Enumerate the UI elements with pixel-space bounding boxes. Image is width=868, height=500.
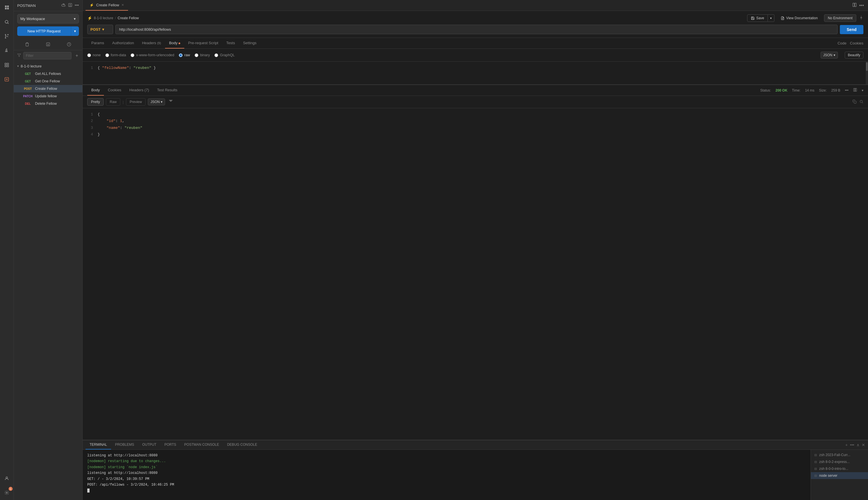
option-binary[interactable]: binary [195, 53, 210, 57]
url-input[interactable] [115, 25, 837, 34]
workspace-dropdown[interactable]: My Workspace ▾ [17, 14, 79, 24]
import-icon[interactable] [68, 3, 72, 8]
option-raw[interactable]: raw [179, 53, 190, 57]
more-options-icon[interactable]: ••• [859, 3, 864, 8]
home-icon[interactable] [2, 3, 11, 12]
cookies-link[interactable]: Cookies [850, 41, 864, 45]
trash-icon[interactable] [17, 41, 37, 48]
close-tab-button[interactable]: ✕ [122, 3, 124, 7]
terminal-session-item[interactable]: ⊟ zsh 2023-Fall-Curr... [811, 452, 868, 458]
search-icon[interactable] [2, 17, 11, 26]
option-form-data[interactable]: form-data [105, 53, 126, 57]
grid-icon[interactable] [2, 60, 11, 69]
method-badge-get: GET [23, 72, 33, 76]
cloud-icon[interactable] [61, 3, 66, 8]
format-preview-button[interactable]: Preview [126, 98, 146, 106]
split-response-icon[interactable] [853, 88, 857, 93]
import-icon-btn[interactable] [38, 41, 58, 48]
expand-icon[interactable]: ▾ [862, 88, 864, 92]
tab-ports[interactable]: PORTS [160, 440, 180, 450]
tab-create-fellow[interactable]: ⚡ Create Fellow ✕ [85, 0, 128, 11]
tab-problems[interactable]: PROBLEMS [111, 440, 138, 450]
tab-response-cookies[interactable]: Cookies [104, 85, 125, 95]
list-item-active[interactable]: POST Create Fellow [14, 85, 82, 92]
body-format-select[interactable]: JSON ▾ [821, 52, 838, 59]
editor-scrollbar[interactable] [866, 62, 868, 84]
send-button[interactable]: Send [840, 25, 864, 34]
method-badge-post: POST [23, 87, 33, 90]
tab-response-body[interactable]: Body [87, 85, 104, 95]
list-item[interactable]: GET Get ALL Fellows [14, 70, 82, 78]
add-collection-button[interactable]: + [74, 53, 80, 59]
method-select[interactable]: POST ▾ [87, 25, 113, 34]
tab-output[interactable]: OUTPUT [138, 440, 160, 450]
view-documentation-button[interactable]: View Documentation [777, 15, 821, 22]
save-button[interactable]: Save [747, 14, 768, 22]
search-response-icon[interactable] [859, 100, 864, 104]
code-link[interactable]: Code [837, 41, 846, 45]
method-badge-delete: DEL [23, 102, 33, 105]
format-pretty-button[interactable]: Pretty [87, 98, 104, 106]
terminal-session-item-active[interactable]: ⊟ node server [811, 472, 868, 479]
terminal-session-item[interactable]: ⊟ zsh 8-0-2-express... [811, 458, 868, 465]
list-item[interactable]: GET Get One Fellow [14, 78, 82, 85]
split-view-icon[interactable] [852, 3, 857, 8]
option-urlencoded[interactable]: x-www-form-urlencoded [130, 53, 174, 57]
fork-icon[interactable] [2, 32, 11, 41]
collection-header[interactable]: ▾ 8-1-0 lecture [14, 62, 82, 70]
more-icon[interactable]: ••• [75, 3, 79, 8]
tab-tests[interactable]: Tests [222, 38, 239, 48]
more-response-icon[interactable]: ••• [845, 88, 848, 92]
history-icon[interactable] [59, 41, 79, 48]
filter-response-button[interactable] [169, 99, 173, 105]
env-settings-icon[interactable] [859, 15, 864, 21]
tab-authorization[interactable]: Authorization [108, 38, 138, 48]
no-environment-button[interactable]: No Environment [824, 14, 856, 22]
format-label: JSON [823, 53, 832, 57]
scrollbar-thumb [866, 62, 868, 71]
user-icon[interactable] [2, 474, 11, 483]
terminal-close-icon[interactable]: ✕ [862, 443, 865, 447]
response-area: Body Cookies Headers (7) Test Results St… [83, 85, 868, 440]
tab-headers[interactable]: Headers (9) [138, 38, 165, 48]
rocket-icon[interactable] [2, 46, 11, 55]
tab-bar-right: ••• [852, 3, 865, 8]
select-chevron-icon: ▾ [161, 100, 162, 104]
collection-icon[interactable] [2, 75, 11, 84]
tabs-list: ⚡ Create Fellow ✕ [85, 0, 128, 11]
copy-response-icon[interactable] [853, 100, 857, 104]
collection-name: 8-1-0 lecture [21, 64, 42, 68]
tab-test-results[interactable]: Test Results [153, 85, 181, 95]
response-format-select[interactable]: JSON ▾ [148, 99, 165, 105]
add-terminal-icon[interactable]: + [845, 443, 848, 447]
terminal-output[interactable]: listening at http://localhost:8080 [node… [83, 450, 811, 500]
filter-input[interactable] [23, 52, 71, 59]
list-item[interactable]: DEL Delete Fellow [14, 100, 82, 107]
terminal-session-icon: ⊟ [814, 460, 817, 464]
tab-pre-request[interactable]: Pre-request Script [184, 38, 222, 48]
save-dropdown-button[interactable]: ▾ [768, 14, 774, 22]
list-item[interactable]: PATCH Update fellow [14, 92, 82, 100]
option-none[interactable]: none [87, 53, 101, 57]
terminal-session-item[interactable]: ⊟ zsh 8-0-0-intro-to... [811, 465, 868, 472]
request-body-editor[interactable]: 1 { "fellowName": "reuben" } [83, 62, 868, 85]
tab-body[interactable]: Body [165, 38, 184, 48]
tab-postman-console[interactable]: POSTMAN CONSOLE [180, 440, 223, 450]
settings-icon[interactable]: 1 [2, 488, 11, 497]
beautify-button[interactable]: Beautify [845, 52, 864, 59]
new-request-dropdown-button[interactable]: ▾ [71, 26, 79, 36]
terminal-more-icon[interactable]: ••• [850, 443, 854, 447]
response-tabs-bar: Body Cookies Headers (7) Test Results St… [83, 85, 868, 96]
terminal-up-icon[interactable]: ∧ [857, 443, 859, 447]
svg-point-7 [8, 34, 8, 35]
tab-debug-console[interactable]: DEBUG CONSOLE [223, 440, 261, 450]
size-label: Size: [819, 88, 827, 92]
tab-params[interactable]: Params [87, 38, 108, 48]
new-request-button[interactable]: New HTTP Request [17, 26, 71, 36]
tab-response-headers[interactable]: Headers (7) [125, 85, 153, 95]
format-raw-button[interactable]: Raw [106, 98, 120, 106]
option-graphql[interactable]: GraphQL [214, 53, 235, 57]
svg-rect-36 [854, 101, 856, 103]
tab-settings[interactable]: Settings [239, 38, 261, 48]
tab-terminal[interactable]: TERMINAL [85, 440, 111, 450]
